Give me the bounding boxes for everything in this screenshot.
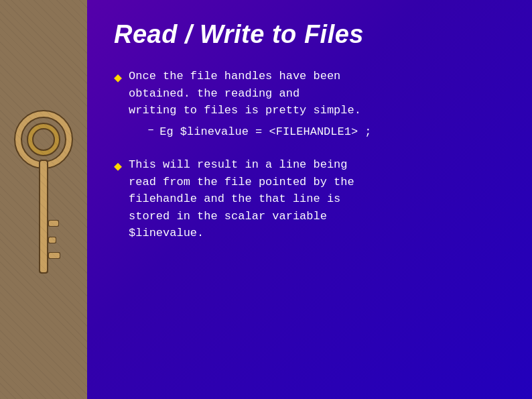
bullet-text-2: This will result in a line being read fr… (129, 156, 354, 242)
svg-rect-9 (49, 237, 56, 243)
svg-rect-8 (48, 237, 56, 243)
svg-point-0 (18, 114, 69, 165)
sub-bullet-1: – Eg $linevalue = <FILEHANDLE1> ; (147, 123, 371, 141)
bullet-item-2: ◆ This will result in a line being read … (114, 156, 509, 242)
svg-point-3 (30, 126, 57, 153)
svg-point-2 (30, 126, 57, 153)
bullet-text-1: Once the file handles have beenobtained.… (129, 68, 371, 119)
svg-rect-6 (48, 220, 59, 227)
key-image-area (0, 0, 87, 399)
svg-rect-7 (49, 221, 58, 226)
slide-title: Read / Write to Files (114, 20, 509, 49)
svg-point-1 (18, 114, 69, 165)
svg-rect-10 (48, 252, 60, 259)
svg-rect-5 (40, 161, 47, 272)
right-panel: Read / Write to Files ◆ Once the file ha… (87, 0, 532, 399)
left-panel (0, 0, 87, 399)
slide: Read / Write to Files ◆ Once the file ha… (0, 0, 532, 399)
svg-rect-11 (49, 253, 60, 258)
bullet-item-1: ◆ Once the file handles have beenobtaine… (114, 68, 509, 147)
key-icon (13, 99, 74, 300)
svg-rect-4 (39, 160, 48, 274)
bullet-diamond-2: ◆ (114, 158, 122, 174)
bullet-diamond-1: ◆ (114, 69, 122, 86)
sub-bullet-dash-1: – (147, 123, 154, 136)
sub-bullet-text-1: Eg $linevalue = <FILEHANDLE1> ; (159, 123, 371, 141)
